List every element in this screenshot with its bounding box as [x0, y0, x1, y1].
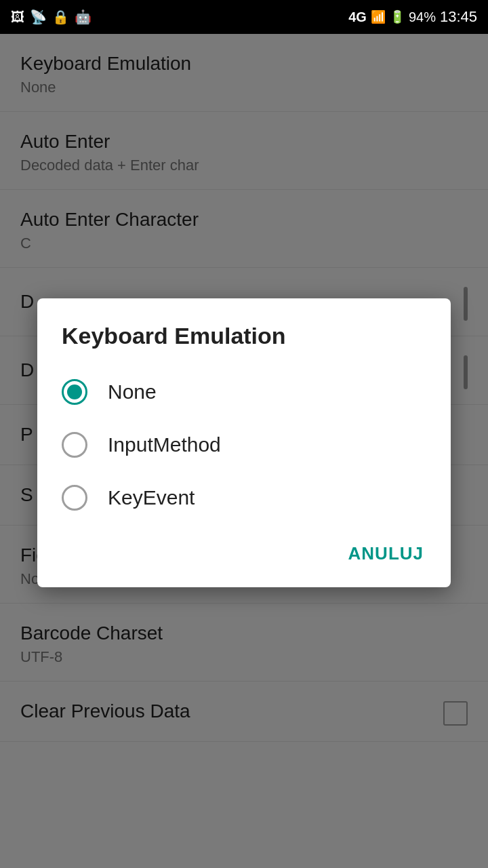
- battery-label: 94%: [409, 9, 436, 25]
- radio-option-keyevent[interactable]: KeyEvent: [62, 471, 426, 524]
- radio-circle-inputmethod: [62, 432, 87, 458]
- lock-icon: 🔒: [52, 9, 69, 25]
- radio-option-none[interactable]: None: [62, 366, 426, 418]
- radio-label-none: None: [108, 380, 157, 403]
- radio-circle-keyevent: [62, 485, 87, 511]
- dialog-options: None InputMethod KeyEvent: [37, 366, 451, 524]
- keyboard-emulation-dialog: Keyboard Emulation None InputMethod KeyE…: [37, 298, 451, 587]
- battery-icon: 🔋: [390, 9, 405, 24]
- cancel-button[interactable]: ANULUJ: [346, 538, 426, 570]
- dialog-actions: ANULUJ: [37, 524, 451, 580]
- cast-icon: 📡: [30, 9, 47, 25]
- android-icon: 🤖: [75, 9, 92, 25]
- gallery-icon: 🖼: [11, 9, 24, 25]
- status-bar: 🖼 📡 🔒 🤖 4G 📶 🔋 94% 13:45: [0, 0, 488, 34]
- dialog-title: Keyboard Emulation: [37, 298, 451, 366]
- status-bar-left: 🖼 📡 🔒 🤖: [11, 9, 92, 25]
- radio-label-inputmethod: InputMethod: [108, 433, 221, 456]
- signal-icon: 📶: [371, 9, 386, 24]
- settings-background: Keyboard Emulation None Auto Enter Decod…: [0, 34, 488, 868]
- radio-option-inputmethod[interactable]: InputMethod: [62, 418, 426, 471]
- network-label: 4G: [348, 9, 367, 25]
- radio-circle-none: [62, 379, 87, 405]
- radio-label-keyevent: KeyEvent: [108, 486, 195, 509]
- status-bar-right: 4G 📶 🔋 94% 13:45: [348, 8, 477, 26]
- time-label: 13:45: [440, 8, 477, 26]
